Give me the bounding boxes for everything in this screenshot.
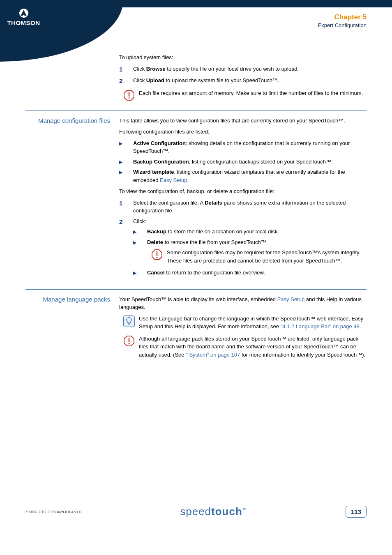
thomson-logo: THOMSON: [0, 0, 47, 35]
list-number: 1: [119, 65, 133, 74]
svg-point-2: [128, 97, 129, 98]
svg-point-5: [156, 257, 157, 258]
warning-icon: [124, 336, 134, 346]
config-sub-backup: Backup to store the file on a location o…: [147, 228, 279, 236]
config-view-intro: To view the configuration of, backup, or…: [119, 187, 367, 196]
lang-tip: Use the Language bar to change the langu…: [119, 315, 367, 331]
page-footer: E-DOC-CTC-20050429-0104 v1.0 speedtouch™…: [25, 505, 367, 518]
list-number: 1: [119, 199, 133, 215]
bullet-arrow-icon: ▶: [133, 238, 147, 267]
bullet-arrow-icon: ▶: [119, 139, 133, 155]
config-step-2: Click: ▶ Backup to store the file on a l…: [133, 217, 367, 280]
config-intro: This table allows you to view configurat…: [119, 117, 367, 125]
page-number: 113: [346, 506, 367, 518]
upload-intro: To upload system files:: [119, 53, 367, 62]
config-bullet-active: Active Configuration; showing details on…: [133, 139, 367, 155]
easy-setup-link[interactable]: Easy Setup: [160, 177, 187, 183]
config-listed: Following configuration files are listed…: [119, 128, 367, 136]
lang-warning: Although all language pack files stored …: [119, 335, 367, 359]
language-bar-link[interactable]: "4.1.2 Language Bar" on page 48: [281, 323, 360, 329]
thomson-logo-icon: [19, 9, 28, 18]
list-number: 2: [119, 217, 133, 280]
lang-warning-text: Although all language pack files stored …: [139, 335, 367, 359]
list-number: 2: [119, 76, 133, 86]
warning-icon: [152, 249, 162, 260]
config-delete-warning: Some configuration files may be required…: [167, 249, 367, 265]
config-bullet-backup: Backup Configuration; listing configurat…: [133, 158, 333, 166]
upload-warning: Each file requires an amount of memory. …: [119, 89, 367, 101]
section-divider: [25, 289, 367, 290]
page-content: To upload system files: 1 Click Browse t…: [0, 53, 392, 364]
doc-id: E-DOC-CTC-20050429-0104 v1.0: [25, 510, 81, 514]
config-heading: Manage configuration files: [25, 117, 119, 283]
lang-tip-text: Use the Language bar to change the langu…: [139, 315, 367, 331]
config-sub-cancel: Cancel to return to the configuration fi…: [147, 269, 265, 277]
upload-step-2: Click Upload to upload the system file t…: [133, 76, 367, 86]
bullet-arrow-icon: ▶: [119, 158, 133, 166]
lang-heading: Manage language packs: [25, 295, 119, 363]
chapter-subtitle: Expert Configuration: [318, 22, 367, 28]
section-divider: [25, 111, 367, 111]
config-bullet-wizard: Wizard template, listing configuration w…: [133, 168, 367, 184]
upload-warning-text: Each file requires an amount of memory. …: [139, 89, 367, 97]
easy-setup-link[interactable]: Easy Setup: [277, 296, 305, 302]
chapter-header: Chapter 5 Expert Configuration: [318, 13, 367, 28]
system-link[interactable]: " System" on page 107: [186, 352, 240, 358]
svg-point-10: [128, 343, 129, 344]
speedtouch-logo: speedtouch™: [180, 505, 247, 518]
bullet-arrow-icon: ▶: [133, 228, 147, 236]
bullet-arrow-icon: ▶: [119, 168, 133, 184]
tip-icon: [123, 315, 135, 327]
thomson-logo-text: THOMSON: [7, 19, 40, 26]
chapter-number: Chapter 5: [318, 13, 367, 21]
bullet-arrow-icon: ▶: [133, 269, 147, 277]
config-sub-delete: Delete to remove the file from your Spee…: [147, 238, 367, 267]
config-step-1: Select the configuration file. A Details…: [133, 199, 367, 215]
warning-icon: [124, 90, 134, 101]
upload-step-1: Click Browse to specify the file on your…: [133, 65, 367, 74]
lang-intro: Your SpeedTouch™ is able to display its …: [119, 295, 367, 311]
